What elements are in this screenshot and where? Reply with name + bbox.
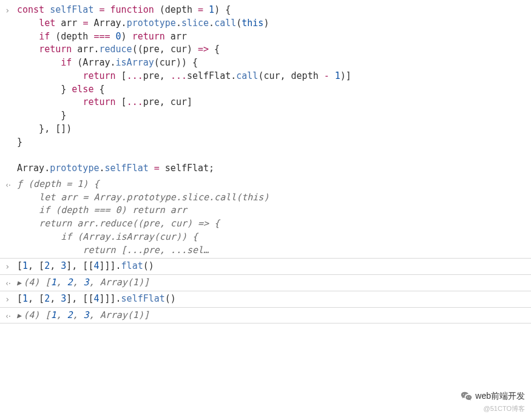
- expand-triangle-icon[interactable]: ▶: [17, 311, 21, 321]
- watermark-sub: @51CTO博客: [461, 404, 525, 414]
- console-panel: const selfFlat = function (depth = 1) { …: [0, 0, 531, 326]
- console-entry-2[interactable]: [1, [2, 3], [[4]]].flat(): [0, 259, 531, 275]
- output-marker-icon: [5, 276, 17, 290]
- expand-triangle-icon[interactable]: ▶: [17, 278, 21, 288]
- console-output-value: ƒ (depth = 1) { let arr = Array.prototyp…: [17, 178, 526, 257]
- watermark: web前端开发 @51CTO博客: [461, 390, 525, 414]
- console-input-code[interactable]: [1, [2, 3], [[4]]].selfFlat(): [17, 293, 526, 306]
- console-entry-1[interactable]: ƒ (depth = 1) { let arr = Array.prototyp…: [0, 177, 531, 259]
- console-input-code[interactable]: [1, [2, 3], [[4]]].flat(): [17, 260, 526, 273]
- console-output-value: ▶(4) [1, 2, 3, Array(1)]: [17, 309, 526, 322]
- watermark-main: web前端开发: [461, 390, 525, 402]
- console-entry-5[interactable]: ▶(4) [1, 2, 3, Array(1)]: [0, 308, 531, 324]
- watermark-text: web前端开发: [475, 390, 525, 402]
- console-input-code[interactable]: const selfFlat = function (depth = 1) { …: [17, 4, 526, 175]
- console-output-value: ▶(4) [1, 2, 3, Array(1)]: [17, 276, 526, 290]
- output-marker-icon: [5, 309, 17, 322]
- console-entry-4[interactable]: [1, [2, 3], [[4]]].selfFlat(): [0, 291, 531, 308]
- wechat-icon: [461, 391, 473, 401]
- output-marker-icon: [5, 178, 17, 257]
- console-entry-3[interactable]: ▶(4) [1, 2, 3, Array(1)]: [0, 275, 531, 291]
- input-marker-icon: [5, 293, 17, 306]
- input-marker-icon: [5, 4, 17, 175]
- input-marker-icon: [5, 260, 17, 273]
- console-entry-0[interactable]: const selfFlat = function (depth = 1) { …: [0, 2, 531, 177]
